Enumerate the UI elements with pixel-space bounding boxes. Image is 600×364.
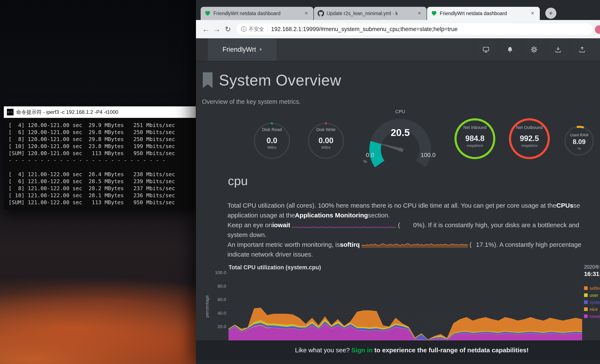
- text: ). A constantly high percentage: [494, 241, 581, 248]
- navbar-spacer: [277, 38, 474, 61]
- settings-button[interactable]: [522, 38, 546, 61]
- gauge-value: 992.5: [508, 134, 551, 143]
- tab-label: Update r2s_lean_minimal.yml · k: [327, 11, 413, 16]
- cpu-description-line1: Total CPU utilization (all cores). 100% …: [227, 201, 580, 210]
- import-snapshot-button[interactable]: [546, 38, 570, 61]
- gauge-net-inbound[interactable]: Net Inbound 984.8 megabits/s: [454, 117, 496, 160]
- gauge-net-outbound[interactable]: Net Outbound 992.5 megabits/s: [508, 117, 551, 160]
- legend-swatch: [584, 293, 588, 297]
- terminal-title: 命令提示符 - iperf3 -c 192.168.1.2 -P4 -t1000: [16, 109, 118, 115]
- cpu-gauge-dial: [362, 116, 439, 169]
- cpu-utilization-chart[interactable]: [228, 273, 582, 340]
- tab-close-icon[interactable]: ×: [529, 9, 536, 17]
- browser-toolbar: ← → ↻ ⓘ 不安全 192.168.2.1:19999/#menu_syst…: [196, 20, 600, 38]
- cpu-description-line4: system down.: [227, 230, 266, 240]
- tab-strip: FriendlyWrt netdata dashboard × Update r…: [196, 0, 600, 20]
- tab-netdata-1[interactable]: FriendlyWrt netdata dashboard ×: [201, 7, 313, 20]
- gauge-label: Used RAM: [563, 133, 595, 137]
- applications-monitoring-link[interactable]: Applications Monitoring: [295, 212, 368, 219]
- gauge-unit: %: [363, 159, 367, 164]
- legend-item[interactable]: user: [584, 292, 600, 299]
- y-tick-label: 60.0: [208, 297, 226, 302]
- gauge-value: 984.8: [454, 134, 496, 143]
- tab-github[interactable]: Update r2s_lean_minimal.yml · k ×: [314, 7, 427, 20]
- gauge-cpu[interactable]: CPU 20.5 0.0 100.0 %: [362, 109, 439, 166]
- omnibox-divider: [267, 26, 268, 32]
- new-tab-button[interactable]: +: [545, 8, 556, 19]
- legend-swatch: [584, 308, 588, 311]
- download-icon: [554, 46, 562, 54]
- gauge-label: CPU: [362, 109, 439, 114]
- gauge-value: 8.09: [563, 138, 595, 146]
- tab-label: FriendlyWrt netdata dashboard: [440, 11, 526, 16]
- forward-button[interactable]: →: [211, 24, 222, 35]
- print-view-button[interactable]: [474, 38, 498, 61]
- chevron-down-icon: ▾: [259, 47, 262, 52]
- text: Total CPU utilization (all cores). 100% …: [227, 202, 556, 209]
- section-heading-cpu: cpu: [228, 174, 248, 188]
- tab-close-icon[interactable]: ×: [415, 9, 423, 17]
- legend-item[interactable]: softirq: [584, 285, 600, 292]
- legend-item[interactable]: nice: [584, 306, 600, 313]
- netdata-page: FriendlyWrt ▾: [196, 38, 600, 364]
- monitor-icon: [482, 46, 490, 54]
- text: se: [573, 202, 580, 209]
- text: An important metric worth monitoring, is: [227, 241, 340, 248]
- legend-swatch: [584, 300, 588, 304]
- gauge-value: 20.5: [362, 127, 439, 138]
- cpus-link[interactable]: CPUs: [556, 202, 573, 209]
- gauge-disk-write[interactable]: Disk Write 0.00 MiB/s: [307, 122, 345, 160]
- export-snapshot-button[interactable]: [570, 38, 594, 61]
- reload-button[interactable]: ↻: [222, 24, 234, 35]
- gauge-unit: megabits/s: [454, 144, 496, 148]
- legend-swatch: [584, 286, 588, 290]
- page-bottom-strip: [196, 360, 600, 364]
- legend-swatch: [584, 314, 588, 318]
- text: (: [469, 241, 472, 248]
- netdata-navbar: FriendlyWrt ▾: [196, 38, 600, 61]
- profile-avatar[interactable]: [595, 25, 600, 34]
- signin-link[interactable]: Sign in: [351, 346, 373, 354]
- terminal-body[interactable]: [ 4] 120.00-121.00 sec 29.9 MBytes 251 M…: [4, 118, 196, 210]
- legend-item[interactable]: system: [584, 299, 600, 306]
- cpu-description-line3: Keep an eye on iowait (0%). If it is con…: [227, 220, 579, 230]
- back-button[interactable]: ←: [200, 24, 211, 35]
- tab-netdata-2-active[interactable]: FriendlyWrt netdata dashboard ×: [427, 7, 540, 20]
- y-tick-label: 20.0: [208, 324, 226, 329]
- gauge-unit: megabits/s: [508, 144, 551, 148]
- text: Keep an eye on: [227, 222, 272, 229]
- terminal-output: [ 4] 120.00-121.00 sec 29.9 MBytes 251 M…: [9, 122, 191, 206]
- netdata-logo-icon: [205, 10, 211, 17]
- legend-item[interactable]: iowait: [584, 313, 600, 320]
- gauge-used-ram[interactable]: Used RAM 8.09 %: [563, 125, 595, 157]
- security-label: 不安全: [249, 26, 264, 33]
- gauge-min: 0.0: [362, 152, 378, 159]
- tab-close-icon[interactable]: ×: [302, 9, 310, 17]
- host-dropdown[interactable]: FriendlyWrt ▾: [207, 38, 277, 61]
- gauge-label: Disk Read: [253, 127, 291, 132]
- gauge-label: Disk Write: [307, 127, 345, 132]
- iowait-sparkline[interactable]: [292, 222, 396, 228]
- gear-icon: [530, 46, 538, 54]
- legend-label: system: [590, 300, 600, 305]
- cpu-description-line2: application usage at the Applications Mo…: [227, 210, 390, 220]
- gauge-value: 0.0: [253, 136, 291, 145]
- softirq-sparkline[interactable]: [362, 241, 468, 248]
- text-bold: softirq: [340, 241, 360, 248]
- terminal-titlebar[interactable]: C:\ 命令提示符 - iperf3 -c 192.168.1.2 -P4 -t…: [4, 106, 196, 118]
- bookmark-icon: [202, 72, 213, 89]
- signin-prefix: Like what you see?: [295, 346, 350, 354]
- site-info-icon[interactable]: ⓘ: [241, 25, 247, 33]
- gauge-disk-read[interactable]: Disk Read 0.0 MiB/s: [253, 122, 291, 160]
- gauge-label: Net Outbound: [508, 125, 551, 130]
- gauge-value: 0.00: [307, 136, 345, 145]
- url-text[interactable]: 192.168.2.1:19999/#menu_system_submenu_c…: [271, 26, 458, 33]
- tab-label: FriendlyWrt netdata dashboard: [213, 11, 300, 16]
- address-bar[interactable]: ⓘ 不安全 192.168.2.1:19999/#menu_system_sub…: [236, 23, 593, 35]
- y-tick-label: 100.0: [208, 270, 226, 275]
- alarms-button[interactable]: [498, 38, 522, 61]
- gauge-unit: MiB/s: [253, 146, 291, 150]
- gauge-unit: %: [563, 147, 595, 151]
- terminal-window[interactable]: C:\ 命令提示符 - iperf3 -c 192.168.1.2 -P4 -t…: [4, 106, 196, 210]
- text: indicate network driver issues.: [227, 251, 313, 258]
